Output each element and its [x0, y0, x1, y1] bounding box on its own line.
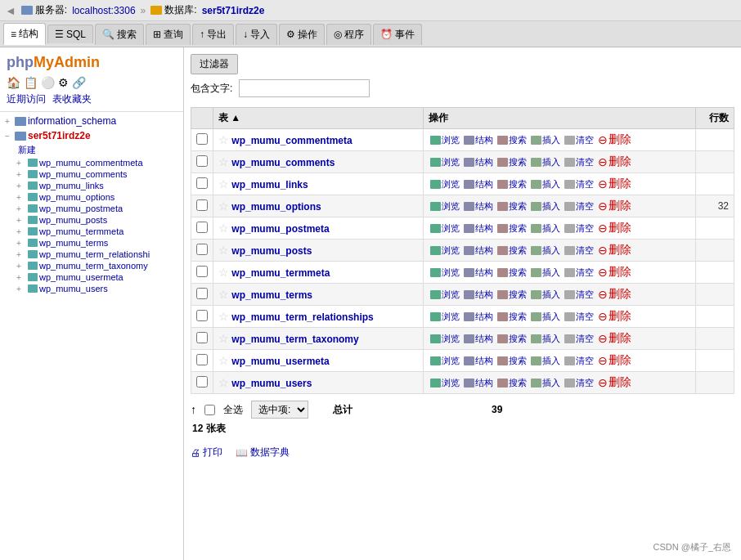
- delete-action[interactable]: ⊖删除: [596, 308, 633, 325]
- row-checkbox[interactable]: [196, 288, 208, 299]
- sidebar-table-options[interactable]: + wp_mumu_options: [0, 191, 183, 203]
- search-action[interactable]: 搜索: [496, 244, 528, 258]
- browse-action[interactable]: 浏览: [429, 266, 461, 280]
- sidebar-table-comments[interactable]: + wp_mumu_comments: [0, 168, 183, 180]
- tab-operations[interactable]: ⚙ 操作: [279, 24, 325, 45]
- filter-input[interactable]: [239, 79, 370, 97]
- delete-action[interactable]: ⊖删除: [596, 198, 633, 214]
- browse-action[interactable]: 浏览: [429, 332, 461, 346]
- filter-button[interactable]: 过滤器: [191, 54, 238, 74]
- star-icon[interactable]: ☆: [218, 199, 229, 213]
- search-action[interactable]: 搜索: [496, 177, 528, 191]
- row-checkbox[interactable]: [196, 310, 208, 321]
- empty-action[interactable]: 清空: [563, 288, 595, 302]
- table-name-link[interactable]: wp_mumu_usermeta: [231, 356, 329, 367]
- row-checkbox[interactable]: [196, 155, 208, 167]
- table-name-link[interactable]: wp_mumu_term_taxonomy: [231, 334, 358, 345]
- row-checkbox[interactable]: [196, 376, 208, 388]
- tab-query[interactable]: ⊞ 查询: [146, 24, 191, 45]
- tab-search[interactable]: 🔍 搜索: [95, 24, 144, 45]
- empty-action[interactable]: 清空: [563, 155, 595, 169]
- delete-action[interactable]: ⊖删除: [596, 352, 633, 369]
- table-name-link[interactable]: wp_mumu_options: [231, 201, 321, 213]
- structure-action[interactable]: 结构: [462, 199, 495, 213]
- table-name-link[interactable]: wp_mumu_term_relationships: [231, 311, 373, 323]
- star-icon[interactable]: ☆: [218, 244, 229, 257]
- structure-action[interactable]: 结构: [462, 288, 495, 302]
- sidebar-table-term-relationships[interactable]: + wp_mumu_term_relationshi: [0, 249, 183, 260]
- browse-action[interactable]: 浏览: [429, 376, 461, 390]
- insert-action[interactable]: 插入: [529, 155, 562, 169]
- star-icon[interactable]: ☆: [218, 266, 229, 279]
- delete-action[interactable]: ⊖删除: [596, 154, 633, 170]
- browse-action[interactable]: 浏览: [429, 133, 461, 147]
- browse-action[interactable]: 浏览: [429, 354, 461, 368]
- search-action[interactable]: 搜索: [496, 199, 528, 213]
- delete-action[interactable]: ⊖删除: [596, 264, 633, 280]
- table-name-link[interactable]: wp_mumu_commentmeta: [231, 135, 352, 146]
- search-action[interactable]: 搜索: [496, 354, 528, 368]
- bulk-action-select[interactable]: 选中项:: [251, 401, 308, 419]
- recent-visits-link[interactable]: 近期访问: [7, 92, 46, 106]
- insert-action[interactable]: 插入: [529, 376, 562, 390]
- star-icon[interactable]: ☆: [218, 177, 229, 190]
- table-name-link[interactable]: wp_mumu_postmeta: [231, 223, 329, 235]
- star-icon[interactable]: ☆: [218, 332, 229, 345]
- table-favorites-link[interactable]: 表收藏夹: [52, 92, 92, 106]
- search-action[interactable]: 搜索: [496, 376, 528, 390]
- insert-action[interactable]: 插入: [529, 244, 562, 258]
- empty-action[interactable]: 清空: [563, 222, 595, 235]
- empty-action[interactable]: 清空: [563, 266, 595, 280]
- star-icon[interactable]: ☆: [218, 288, 229, 301]
- insert-action[interactable]: 插入: [529, 177, 562, 191]
- row-checkbox[interactable]: [196, 266, 208, 277]
- table-name-link[interactable]: wp_mumu_termmeta: [231, 267, 330, 279]
- sidebar-table-termmeta[interactable]: + wp_mumu_termmeta: [0, 226, 183, 237]
- select-all-checkbox[interactable]: [204, 405, 215, 415]
- star-icon[interactable]: ☆: [218, 155, 229, 168]
- structure-action[interactable]: 结构: [462, 354, 495, 368]
- star-icon[interactable]: ☆: [218, 133, 229, 146]
- insert-action[interactable]: 插入: [529, 310, 562, 324]
- tab-events[interactable]: ⏰ 事件: [373, 24, 422, 45]
- browse-action[interactable]: 浏览: [429, 177, 461, 191]
- browse-action[interactable]: 浏览: [429, 199, 461, 213]
- row-checkbox[interactable]: [196, 177, 208, 189]
- empty-action[interactable]: 清空: [563, 354, 595, 368]
- sidebar-table-postmeta[interactable]: + wp_mumu_postmeta: [0, 203, 183, 214]
- structure-action[interactable]: 结构: [462, 133, 495, 147]
- new-table-item[interactable]: 新建: [0, 143, 183, 157]
- sidebar-table-posts[interactable]: + wp_mumu_posts: [0, 214, 183, 226]
- browse-action[interactable]: 浏览: [429, 222, 461, 235]
- row-checkbox[interactable]: [196, 222, 208, 233]
- sidebar-table-usermeta[interactable]: + wp_mumu_usermeta: [0, 271, 183, 283]
- search-action[interactable]: 搜索: [496, 332, 528, 346]
- structure-action[interactable]: 结构: [462, 332, 495, 346]
- row-checkbox[interactable]: [196, 133, 208, 145]
- tab-import[interactable]: ↓ 导入: [236, 24, 277, 45]
- search-action[interactable]: 搜索: [496, 288, 528, 302]
- empty-action[interactable]: 清空: [563, 310, 595, 324]
- insert-action[interactable]: 插入: [529, 133, 562, 147]
- browse-action[interactable]: 浏览: [429, 155, 461, 169]
- sidebar-item-ser5t71irdz2e[interactable]: − ser5t71irdz2e: [0, 128, 183, 143]
- settings-icon[interactable]: ⚙: [58, 76, 69, 89]
- sidebar-item-information-schema[interactable]: + information_schema: [0, 114, 183, 128]
- empty-action[interactable]: 清空: [563, 133, 595, 147]
- link-icon[interactable]: 🔗: [72, 76, 86, 89]
- table-icon[interactable]: 📋: [24, 76, 38, 89]
- circle-icon[interactable]: ⚪: [41, 76, 55, 89]
- search-action[interactable]: 搜索: [496, 266, 528, 280]
- empty-action[interactable]: 清空: [563, 177, 595, 191]
- insert-action[interactable]: 插入: [529, 354, 562, 368]
- delete-action[interactable]: ⊖删除: [596, 330, 633, 347]
- tab-export[interactable]: ↑ 导出: [192, 24, 234, 45]
- sidebar-table-term-taxonomy[interactable]: + wp_mumu_term_taxonomy: [0, 260, 183, 271]
- empty-action[interactable]: 清空: [563, 244, 595, 258]
- tab-sql[interactable]: ☰ SQL: [47, 25, 93, 43]
- search-action[interactable]: 搜索: [496, 310, 528, 324]
- table-name-link[interactable]: wp_mumu_links: [231, 179, 308, 190]
- sidebar-table-links[interactable]: + wp_mumu_links: [0, 180, 183, 191]
- insert-action[interactable]: 插入: [529, 288, 562, 302]
- table-name-link[interactable]: wp_mumu_terms: [231, 289, 312, 301]
